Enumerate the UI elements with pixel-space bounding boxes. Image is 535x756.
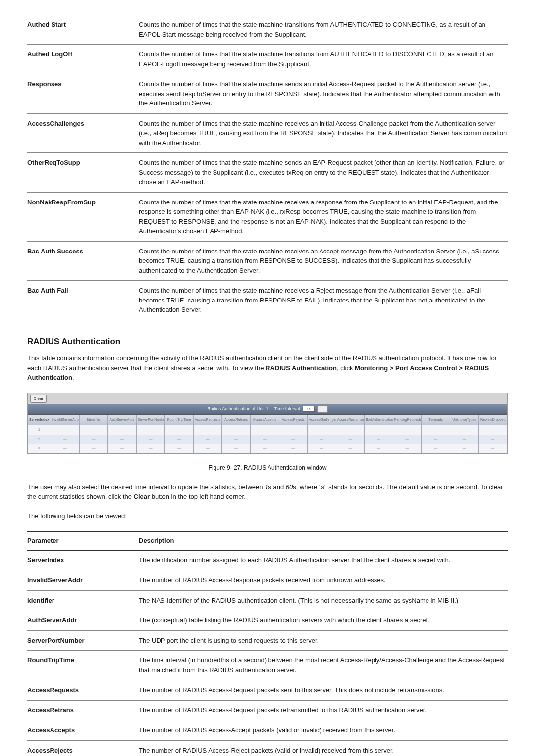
table-row: AccessRejectsThe number of RADIUS Access… — [27, 740, 508, 756]
radius-grid-header: ServerIndexInvalidServerAddrIdentifierAu… — [28, 415, 507, 426]
param-desc: The number of RADIUS Access-Request pack… — [139, 680, 508, 701]
table-row: AuthServerAddrThe (conceptual) table lis… — [27, 610, 508, 631]
grid-header-cell: ServerPortNumber — [137, 415, 165, 425]
grid-cell: — — [194, 444, 222, 453]
pf-c: s and — [268, 483, 285, 491]
grid-cell: — — [137, 435, 165, 444]
grid-header-cell: RoundTripTime — [165, 415, 194, 425]
param-name: Bac Auth Success — [27, 241, 139, 281]
param-table-2: Parameter Description ServerIndexThe ide… — [27, 531, 508, 756]
param-name: AccessAccepts — [27, 720, 139, 741]
grid-cell: — — [222, 435, 251, 444]
grid-cell: — — [51, 435, 80, 444]
radius-title-a: Radius Authentication of Unit 1 — [207, 406, 268, 411]
table-row: ResponsesCounts the number of times that… — [27, 74, 508, 114]
grid-cell: — — [365, 425, 393, 435]
grid-header-cell: Timeouts — [422, 415, 450, 425]
param-name: Authed LogOff — [27, 45, 139, 74]
table-row: RoundTripTimeThe time interval (in hundr… — [27, 651, 508, 680]
grid-cell: — — [80, 425, 108, 435]
pf-a: The user may also select the desired tim… — [27, 483, 265, 491]
param-header-c2: Description — [139, 531, 508, 550]
param-name: NonNakRespFromSup — [27, 192, 139, 241]
interval-input[interactable]: 1s — [303, 406, 315, 412]
table-row: IdentifierThe NAS-Identifier of the RADI… — [27, 590, 508, 610]
post-figure-2: The following fields can be viewed: — [27, 511, 508, 521]
grid-cell: 2 — [28, 435, 51, 444]
grid-cell: — — [336, 435, 365, 444]
grid-cell: — — [108, 444, 137, 453]
grid-cell: — — [479, 435, 507, 444]
grid-cell: — — [365, 444, 393, 453]
table-row: ServerIndexThe identification number ass… — [27, 550, 508, 570]
figure-caption: Figure 9- 27. RADIUS Authentication wind… — [27, 463, 508, 472]
param-name: Responses — [27, 74, 139, 114]
grid-cell: — — [393, 444, 422, 453]
param-name: InvalidServerAddr — [27, 570, 139, 591]
param-name: Identifier — [27, 590, 139, 610]
grid-cell: — — [336, 425, 365, 435]
grid-cell: — — [51, 425, 80, 435]
intro-c: , click — [337, 364, 355, 372]
grid-cell: — — [165, 435, 194, 444]
param-name: AccessRetrans — [27, 700, 139, 720]
param-desc: The identification number assigned to ea… — [139, 550, 508, 570]
param-table-2-header: Parameter Description — [27, 531, 508, 550]
param-desc: Counts the number of times that the stat… — [139, 113, 508, 153]
radius-auth-heading: RADIUS Authentication — [27, 335, 508, 348]
table-row: Bac Auth FailCounts the number of times … — [27, 281, 508, 320]
grid-header-cell: ServerIndex — [28, 415, 51, 425]
grid-cell: — — [422, 425, 450, 435]
grid-header-cell: AuthServerAddr — [108, 415, 137, 425]
intro-e: . — [72, 374, 74, 381]
intro-b: RADIUS Authentication — [266, 364, 337, 372]
param-name: AccessRejects — [27, 740, 139, 756]
table-row: InvalidServerAddrThe number of RADIUS Ac… — [27, 570, 508, 591]
grid-cell: — — [137, 444, 165, 453]
grid-header-cell: AccessResponses — [336, 415, 365, 425]
grid-cell: — — [222, 444, 251, 453]
grid-cell: — — [450, 425, 479, 435]
grid-cell: — — [194, 435, 222, 444]
clear-button[interactable]: Clear — [30, 395, 47, 403]
param-desc: Counts the number of times that the stat… — [139, 74, 508, 114]
grid-header-cell: Identifier — [80, 415, 108, 425]
figure-wrapper: Clear Radius Authentication of Unit 1 Ti… — [27, 393, 508, 472]
grid-cell: — — [51, 444, 80, 453]
param-desc: The number of RADIUS Access-Response pac… — [139, 570, 508, 591]
param-name: Bac Auth Fail — [27, 281, 139, 320]
param-table-1-body: Authed StartCounts the number of times t… — [27, 15, 508, 320]
grid-cell: — — [279, 444, 308, 453]
param-name: ServerIndex — [27, 550, 139, 570]
grid-cell: — — [422, 435, 450, 444]
grid-header-cell: InvalidServerAddr — [51, 415, 80, 425]
grid-cell: — — [80, 444, 108, 453]
param-desc: The time interval (in hundredths of a se… — [139, 651, 508, 680]
table-row: AccessRequestsThe number of RADIUS Acces… — [27, 680, 508, 701]
grid-cell: — — [393, 425, 422, 435]
table-row: AccessChallengesCounts the number of tim… — [27, 113, 508, 153]
grid-cell: — — [308, 435, 336, 444]
radius-title-b: Time Interval — [274, 406, 300, 411]
radius-titlebar: Radius Authentication of Unit 1 Time Int… — [28, 404, 507, 415]
radius-auth-intro: This table contains information concerni… — [27, 353, 508, 383]
table-row: Authed StartCounts the number of times t… — [27, 15, 508, 45]
grid-cell: — — [450, 435, 479, 444]
pf-d: 60 — [286, 483, 293, 491]
param-desc: The UDP port the client is using to send… — [139, 630, 508, 651]
grid-header-cell: AccessChallenges — [308, 415, 336, 425]
param-name: AccessRequests — [27, 680, 139, 701]
table-row: NonNakRespFromSupCounts the number of ti… — [27, 192, 508, 241]
grid-cell: 3 — [28, 444, 51, 453]
grid-cell: — — [393, 435, 422, 444]
ok-button[interactable]: OK — [317, 406, 328, 413]
grid-cell: — — [137, 425, 165, 435]
grid-cell: — — [108, 425, 137, 435]
grid-cell: — — [422, 444, 450, 453]
param-desc: The number of RADIUS Access-Accept packe… — [139, 720, 508, 741]
table-row: 2———————————————— — [28, 435, 507, 444]
grid-cell: — — [222, 425, 251, 435]
param-desc: Counts the number of times that the stat… — [139, 192, 508, 241]
grid-cell: — — [194, 425, 222, 435]
param-name: ServerPortNumber — [27, 630, 139, 651]
